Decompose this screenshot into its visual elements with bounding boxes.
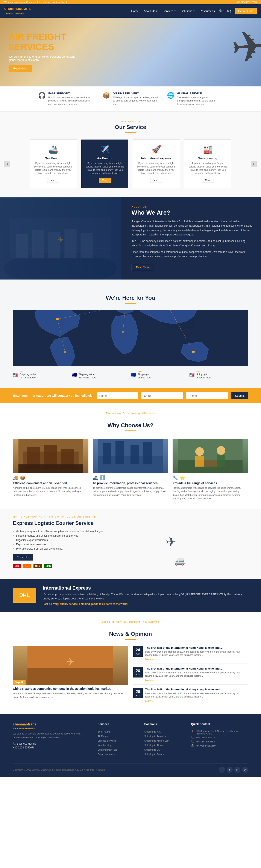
footer-twitter-icon[interactable]: t xyxy=(227,767,233,773)
service-icon: 🔧 xyxy=(173,475,178,480)
warehouse-image xyxy=(13,439,88,473)
get-quote-button[interactable]: Get a Quote xyxy=(235,8,257,14)
features-bar: 🎧 FAST SUPPORT For 24 hours online custo… xyxy=(0,87,261,112)
svg-rect-9 xyxy=(64,229,76,258)
google-icon[interactable]: g xyxy=(230,9,231,12)
footer-about: chenmaotrans AIR · SEA · EXPRESS We can … xyxy=(13,722,89,757)
service-card-sea[interactable]: 🚢 Sea Freight If you are searching for s… xyxy=(30,139,77,188)
carousel-next-button[interactable]: › xyxy=(251,161,257,167)
who-content: About Us Who We Are? Jiangsu Chenman Int… xyxy=(121,197,261,280)
service-desc-express: If you are searching for exp freight ser… xyxy=(137,162,175,175)
intl-highlight: Fast delivery, quality service, shipping… xyxy=(43,602,248,606)
service-card-warehouse[interactable]: 🏭 Warehousing If you are searching for f… xyxy=(184,139,231,188)
services-grid: ‹ 🚢 Sea Freight If you are searching for… xyxy=(13,139,248,188)
nav-resources[interactable]: Resources ▾ xyxy=(197,6,218,16)
service-card-air[interactable]: ✈️ Air Freight If you are searching for … xyxy=(81,139,128,188)
news-main-title: China's express companies compete in the… xyxy=(13,687,128,690)
footer-linkedin-icon[interactable]: in xyxy=(234,767,240,773)
svg-text:✈: ✈ xyxy=(66,656,75,668)
footer-link-customs[interactable]: Custom Brokerage xyxy=(98,748,117,751)
news-more-link-1[interactable]: More » xyxy=(145,658,248,661)
news-main-image: ✈ Sep 09 xyxy=(13,646,128,685)
who-title: Who We Are? xyxy=(132,209,252,216)
plane-illustration: ✈ xyxy=(229,21,261,73)
contact-submit-button[interactable]: Submit xyxy=(231,393,248,399)
footer-sol-eu[interactable]: Shipping to EU xyxy=(144,748,160,751)
footer-google-icon[interactable]: g+ xyxy=(242,767,248,773)
route-me: 🇦🇺 AU Shipping to theME / Africa route xyxy=(72,370,130,379)
news-item-date-2: 26 Apr xyxy=(133,667,143,678)
news-title: News & Opinion xyxy=(13,631,248,637)
fax-icon: 📠 xyxy=(191,744,194,747)
contact-email-input[interactable] xyxy=(142,393,183,399)
footer-link-insurance[interactable]: Cargo Insurance xyxy=(98,753,115,755)
why-card-desc-1: Adhering to the 'customer first, experie… xyxy=(13,486,88,497)
top-bar-phone: +86 025-8252-2678 xyxy=(236,1,257,3)
footer-link-warehouse[interactable]: Warehousing xyxy=(98,744,111,746)
news-more-link-2[interactable]: More » xyxy=(145,679,248,682)
footer-sol-europe[interactable]: Shipping to Europe xyxy=(144,753,164,755)
top-bar-welcome: Welcome to Jiangsu Chenman International… xyxy=(4,1,69,3)
route-eu: 🇪🇺 EU Shipping toEurope route xyxy=(130,370,189,379)
air-freight-icon: ✈️ xyxy=(86,145,124,154)
top-bar: Welcome to Jiangsu Chenman International… xyxy=(0,0,261,4)
service-more-warehouse[interactable]: More xyxy=(202,178,214,183)
service-more-express[interactable]: More xyxy=(150,178,162,183)
footer-contact-phone2: 📞 +86 13675453558 xyxy=(191,740,248,743)
hero-read-more-button[interactable]: Read More xyxy=(9,65,32,72)
footer-address: 📍 909 Xuanwu Street, Nanjing City Jiangx… xyxy=(191,730,248,735)
news-item-date-1: 24 Apr xyxy=(133,646,143,657)
linkedin-icon[interactable]: in xyxy=(227,9,229,12)
footer-sol-na[interactable]: Shipping to N/A xyxy=(144,731,160,733)
feature-desc-1: For 24 hours online customer service to … xyxy=(48,96,94,106)
footer-sol-au[interactable]: Shipping to Australia xyxy=(144,735,166,738)
why-icons-3: 🔧 ⭐ xyxy=(173,473,248,482)
footer-contact-heading: Quick Contact xyxy=(191,722,248,727)
footer-logo: chenmaotrans AIR · SEA · EXPRESS xyxy=(13,722,89,730)
twitter-icon[interactable]: t xyxy=(225,9,225,12)
express-section: @AIRLINES/MARINE/Air Freight, Air Cargo,… xyxy=(0,509,261,579)
footer-services-links: Sea Freight Air Freight Express Services… xyxy=(98,730,136,756)
why-sub: The reason for choosing Chenman xyxy=(13,412,248,414)
facebook-icon[interactable]: f xyxy=(223,9,223,12)
nav-solutions[interactable]: Solutions ▾ xyxy=(178,6,197,16)
nav-home[interactable]: Home xyxy=(128,6,141,16)
why-card-2: 🚢 ℹ️ To provide information, professiona… xyxy=(93,439,168,500)
dhl-logo-large: DHL xyxy=(19,592,30,598)
service-card-express[interactable]: 🚀 International express If you are searc… xyxy=(133,139,180,188)
express-item-2: Inspect products and check the suppliers… xyxy=(13,534,126,538)
express-contact-button[interactable]: Contact Us xyxy=(13,554,33,561)
footer-link-air[interactable]: Air Freight xyxy=(98,735,109,738)
courier-logos: DHL TNT UPS EMS xyxy=(13,564,126,568)
flag-eu: 🇪🇺 xyxy=(130,372,136,377)
service-more-sea[interactable]: More xyxy=(47,178,59,183)
nav-services[interactable]: Services ▾ xyxy=(160,6,178,16)
service-desc-air: If you are searching for air freight ser… xyxy=(86,162,124,175)
contact-phone-input[interactable] xyxy=(186,393,227,399)
express-tag: @AIRLINES/MARINE/Air Freight, Air Cargo,… xyxy=(13,516,248,518)
express-list: Gather your goods from different supplie… xyxy=(13,529,126,551)
intl-desc: It's one stop, cargo agent, authorized b… xyxy=(43,593,248,601)
search-icon[interactable]: 🔍 xyxy=(219,9,223,13)
news-more-link-3[interactable]: More » xyxy=(145,700,248,703)
express-icon: 🚀 xyxy=(137,145,175,154)
footer-sol-me[interactable]: Shipping to Middle East xyxy=(144,739,169,742)
route-label-me: Shipping to theME / Africa route xyxy=(79,373,96,379)
contact-name-input[interactable] xyxy=(97,393,138,399)
intl-section: DHL International Express It's one stop,… xyxy=(0,579,261,612)
footer-facebook-icon[interactable]: f xyxy=(219,767,225,773)
footer-link-express-svc[interactable]: Express Services xyxy=(98,739,116,742)
service-title-warehouse: Warehousing xyxy=(189,157,227,160)
who-read-more-button[interactable]: Read More xyxy=(132,264,153,271)
carousel-prev-button[interactable]: ‹ xyxy=(4,161,10,167)
news-grid: ✈ Sep 09 China's express companies compe… xyxy=(13,646,248,705)
express-content: Gather your goods from different supplie… xyxy=(13,529,248,572)
footer-link-sea[interactable]: Sea Freight xyxy=(98,731,110,733)
service-more-air[interactable]: More xyxy=(99,178,111,183)
nav-about[interactable]: About Us ▾ xyxy=(141,6,160,16)
dhl-logo: DHL xyxy=(13,564,21,568)
footer-sol-africa[interactable]: Shipping to Africa xyxy=(144,744,163,746)
svg-rect-33 xyxy=(115,441,124,464)
map-svg xyxy=(17,310,244,366)
why-icons-2: 🚢 ℹ️ xyxy=(93,473,168,482)
